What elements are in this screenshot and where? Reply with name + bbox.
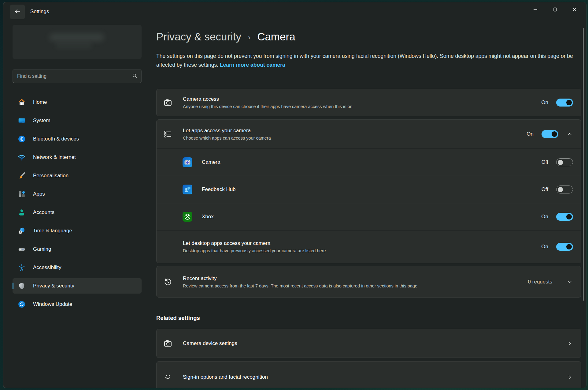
let-apps-toggle[interactable]: [542, 130, 558, 138]
breadcrumb-parent[interactable]: Privacy & security: [156, 31, 241, 43]
app-name: Xbox: [202, 214, 214, 220]
sidebar-item-label: Accounts: [33, 209, 54, 216]
network-wifi-icon: [18, 153, 26, 161]
app-row-xbox: Xbox On: [157, 203, 581, 230]
maximize-icon: [553, 7, 557, 13]
blurred-user-name: [49, 33, 104, 41]
search-input[interactable]: [17, 73, 132, 79]
sidebar-item-home[interactable]: Home: [13, 95, 142, 110]
camera-app-icon: [183, 157, 192, 167]
desktop-apps-toggle[interactable]: [556, 243, 573, 251]
page-description: The settings on this page do not prevent…: [156, 52, 581, 69]
bluetooth-icon: [18, 135, 26, 143]
sidebar-nav: Home System Bluetooth & devices Network …: [13, 95, 142, 312]
minimize-button[interactable]: [526, 2, 545, 18]
back-button[interactable]: [10, 5, 25, 19]
close-icon: [572, 7, 577, 13]
sidebar-item-personalisation[interactable]: Personalisation: [13, 168, 142, 183]
close-button[interactable]: [565, 2, 584, 18]
camera-access-card: Camera access Anyone using this device c…: [156, 89, 581, 116]
xbox-toggle[interactable]: [556, 213, 573, 221]
shield-icon: [18, 282, 26, 290]
sidebar-item-accounts[interactable]: Accounts: [13, 205, 142, 220]
apps-icon: [18, 190, 26, 198]
sidebar-item-label: Privacy & security: [33, 283, 74, 289]
related-settings-heading: Related settings: [156, 315, 581, 323]
history-clock-icon: [163, 277, 172, 287]
search-box[interactable]: [13, 69, 142, 83]
sidebar-item-gaming[interactable]: Gaming: [13, 242, 142, 257]
sidebar-item-label: Bluetooth & devices: [33, 136, 79, 142]
camera-outline-icon: [163, 339, 172, 348]
maximize-button[interactable]: [545, 2, 565, 18]
xbox-app-icon: [183, 212, 192, 222]
app-name: Camera: [202, 159, 220, 165]
settings-window: Settings: [3, 2, 586, 388]
scrollbar[interactable]: [583, 28, 584, 301]
chevron-right-icon: [566, 340, 573, 347]
home-icon: [18, 98, 26, 106]
window-controls: [526, 2, 584, 18]
learn-more-link[interactable]: Learn more about camera: [220, 62, 285, 68]
sidebar-item-label: Home: [33, 99, 47, 105]
back-arrow-icon: [14, 8, 21, 16]
app-row-feedback-hub: Feedback Hub Off: [157, 176, 581, 203]
breadcrumb: Privacy & security › Camera: [156, 29, 581, 44]
sidebar-item-label: Time & language: [33, 228, 72, 234]
sidebar-item-label: System: [33, 118, 50, 124]
chevron-right-icon: [566, 374, 573, 381]
sidebar-item-accessibility[interactable]: Accessibility: [13, 260, 142, 275]
windows-update-sync-icon: [18, 300, 26, 308]
feedback-hub-toggle[interactable]: [556, 186, 573, 193]
sidebar-item-privacy-security[interactable]: Privacy & security: [13, 278, 142, 294]
sidebar-item-label: Accessibility: [33, 264, 61, 271]
camera-access-toggle[interactable]: [556, 99, 573, 107]
sign-in-options-label: Sign-in options and facial recognition: [183, 374, 268, 380]
page-description-text: The settings on this page do not prevent…: [156, 53, 573, 68]
camera-app-toggle[interactable]: [556, 158, 573, 166]
sidebar-item-label: Windows Update: [33, 301, 72, 307]
titlebar: Settings: [3, 2, 586, 21]
camera-device-settings-card[interactable]: Camera device settings: [156, 329, 581, 358]
minimize-icon: [533, 7, 538, 13]
sidebar-item-label: Network & internet: [33, 154, 76, 160]
app-title: Settings: [30, 9, 49, 15]
sidebar: Home System Bluetooth & devices Network …: [13, 21, 142, 315]
sidebar-item-label: Apps: [33, 191, 45, 197]
sidebar-item-bluetooth-devices[interactable]: Bluetooth & devices: [13, 131, 142, 147]
personalisation-brush-icon: [18, 172, 26, 180]
desktop-apps-title: Let desktop apps access your camera: [183, 240, 326, 246]
desktop-apps-row: Let desktop apps access your camera Desk…: [157, 230, 581, 263]
blurred-user-email: [55, 43, 92, 48]
camera-access-subtitle: Anyone using this device can choose if t…: [183, 104, 353, 109]
chevron-up-icon: [566, 131, 573, 137]
app-row-camera: Camera Off: [157, 148, 581, 176]
camera-outline-icon: [163, 98, 172, 107]
camera-access-state: On: [541, 99, 548, 106]
let-apps-header-row[interactable]: Let apps access your camera Choose which…: [157, 120, 581, 148]
accounts-person-icon: [18, 208, 26, 216]
sidebar-item-apps[interactable]: Apps: [13, 186, 142, 202]
camera-device-settings-label: Camera device settings: [183, 340, 237, 347]
sidebar-item-system[interactable]: System: [13, 113, 142, 128]
chevron-down-icon: [566, 279, 573, 285]
accessibility-person-icon: [18, 264, 26, 272]
smiley-face-icon: [163, 373, 172, 382]
recent-activity-title: Recent activity: [183, 276, 417, 282]
breadcrumb-separator-icon: ›: [248, 32, 250, 42]
recent-activity-card[interactable]: Recent activity Review camera access fro…: [156, 266, 581, 298]
sidebar-item-time-language[interactable]: Time & language: [13, 223, 142, 238]
user-profile[interactable]: [13, 25, 142, 59]
desktop-apps-subtitle: Desktop apps that have previously access…: [183, 248, 326, 253]
desktop-apps-state: On: [541, 244, 548, 250]
sidebar-item-network-internet[interactable]: Network & internet: [13, 150, 142, 165]
feedback-hub-app-icon: [183, 185, 192, 194]
sign-in-options-card[interactable]: Sign-in options and facial recognition: [156, 361, 581, 388]
sidebar-item-label: Personalisation: [33, 173, 68, 179]
system-icon: [18, 117, 26, 125]
let-apps-state: On: [527, 131, 534, 137]
let-apps-group: Let apps access your camera Choose which…: [156, 119, 581, 263]
sidebar-item-windows-update[interactable]: Windows Update: [13, 297, 142, 312]
app-list-icon: [163, 129, 172, 139]
search-icon: [132, 73, 138, 80]
